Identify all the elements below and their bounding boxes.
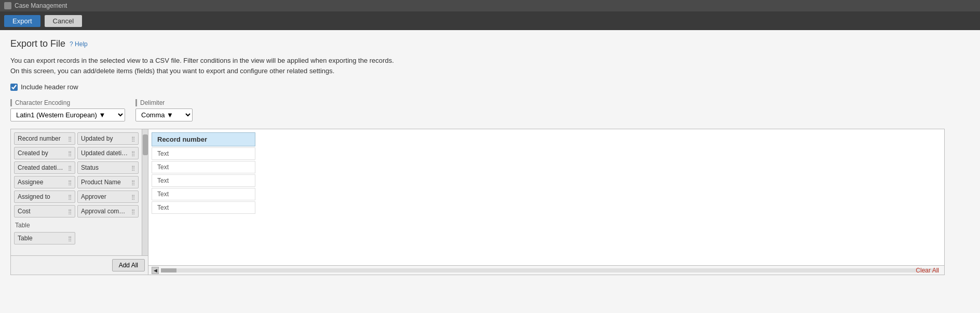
scroll-thumb[interactable]: [143, 134, 148, 155]
export-columns: Record numberTextTextTextTextText: [148, 129, 944, 265]
drag-handle: ⣿: [131, 136, 135, 142]
include-header-row: Include header row: [10, 83, 970, 91]
drag-handle: ⣿: [68, 180, 72, 185]
bottom-bar: ◀ Clear All: [148, 265, 944, 275]
drag-handle: ⣿: [68, 151, 72, 156]
title-bar: Case Management: [0, 0, 980, 11]
drag-handle: ⣿: [131, 151, 135, 156]
description-line1: You can export records in the selected v…: [10, 56, 970, 66]
page-title: Export to File: [10, 38, 65, 49]
fields-list: Record number⣿Updated by⣿Created by⣿Upda…: [11, 129, 142, 255]
fields-area: Record number⣿Updated by⣿Created by⣿Upda…: [10, 129, 945, 275]
export-text-row: Text: [152, 201, 255, 214]
drag-handle: ⣿: [131, 209, 135, 214]
field-item[interactable]: Created dateti…⣿: [14, 161, 75, 174]
delimiter-select[interactable]: Comma ▼: [135, 108, 193, 121]
scroll-track[interactable]: [142, 129, 148, 255]
description-line2: On this screen, you can add/delete items…: [10, 66, 970, 76]
delimiter-group: Delimiter Comma ▼: [135, 99, 193, 121]
drag-handle: ⣿: [68, 194, 72, 200]
field-item[interactable]: Record number⣿: [14, 132, 75, 145]
settings-row: Character Encoding Latin1 (Western Europ…: [10, 99, 970, 121]
add-all-row: Add All: [11, 255, 148, 275]
main-content: Export to File Help You can export recor…: [0, 30, 980, 313]
include-header-checkbox[interactable]: [10, 84, 18, 91]
export-text-row: Text: [152, 174, 255, 187]
field-item[interactable]: Cost⣿: [14, 205, 75, 217]
page-title-row: Export to File Help: [10, 38, 970, 49]
field-item[interactable]: Approver⣿: [77, 190, 139, 203]
left-panel-inner: Record number⣿Updated by⣿Created by⣿Upda…: [11, 129, 148, 255]
app-name: Case Management: [15, 2, 67, 9]
field-item[interactable]: Updated dateti…⣿: [77, 147, 139, 159]
scroll-left-button[interactable]: ◀: [152, 267, 159, 274]
field-section-label: Table: [14, 220, 139, 230]
field-item-table[interactable]: Table⣿: [14, 232, 75, 244]
field-item[interactable]: Updated by⣿: [77, 132, 139, 145]
add-all-button[interactable]: Add All: [112, 259, 145, 271]
right-panel: Record numberTextTextTextTextText ◀ Clea…: [148, 129, 944, 275]
drag-handle: ⣿: [131, 180, 135, 185]
export-column-header[interactable]: Record number: [152, 132, 255, 146]
field-item[interactable]: Product Name⣿: [77, 176, 139, 188]
export-text-row: Text: [152, 188, 255, 200]
delimiter-label: Delimiter: [135, 99, 193, 106]
cancel-button[interactable]: Cancel: [45, 15, 82, 27]
character-encoding-label: Character Encoding: [10, 99, 125, 106]
bottom-scroll-track[interactable]: [161, 268, 939, 273]
field-item[interactable]: Assignee⣿: [14, 176, 75, 188]
drag-handle: ⣿: [68, 236, 72, 241]
toolbar: Export Cancel: [0, 11, 980, 30]
field-item[interactable]: Assigned to⣿: [14, 190, 75, 203]
app-icon: [4, 2, 11, 9]
include-header-label: Include header row: [21, 83, 78, 91]
character-encoding-select[interactable]: Latin1 (Western European) ▼: [10, 108, 125, 121]
field-item[interactable]: Approval com…⣿: [77, 205, 139, 217]
field-item[interactable]: Created by⣿: [14, 147, 75, 159]
clear-all-button[interactable]: Clear All: [916, 267, 939, 274]
bottom-scroll-thumb[interactable]: [161, 268, 176, 273]
character-encoding-group: Character Encoding Latin1 (Western Europ…: [10, 99, 125, 121]
field-item[interactable]: Status⣿: [77, 161, 139, 174]
drag-handle: ⣿: [131, 194, 135, 200]
drag-handle: ⣿: [68, 165, 72, 171]
drag-handle: ⣿: [131, 165, 135, 171]
description: You can export records in the selected v…: [10, 56, 970, 76]
drag-handle: ⣿: [68, 209, 72, 214]
drag-handle: ⣿: [68, 136, 72, 142]
export-button[interactable]: Export: [4, 15, 40, 27]
export-text-row: Text: [152, 147, 255, 160]
left-panel: Record number⣿Updated by⣿Created by⣿Upda…: [11, 129, 148, 275]
help-link[interactable]: Help: [70, 40, 88, 48]
export-text-row: Text: [152, 161, 255, 173]
